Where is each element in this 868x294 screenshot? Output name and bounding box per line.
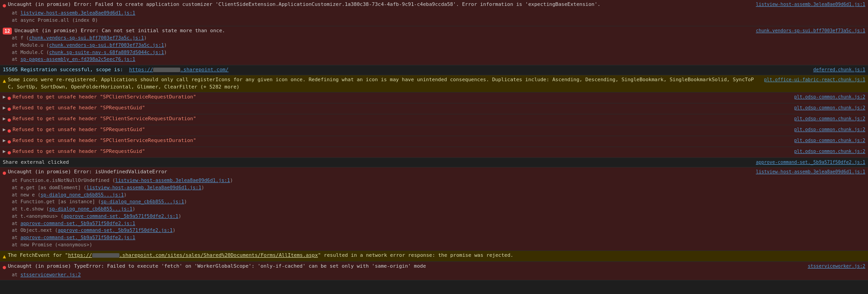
source-link-5[interactable]: plt.odsp-common.chunk.js:2 xyxy=(794,94,865,99)
stack-line-2-1: at f (chunk.vendors-sp-sui.bff7003ef73a5… xyxy=(3,34,865,42)
source-link-11[interactable]: approve-command-set._5b9a571f50dfe2.js:1 xyxy=(756,160,865,165)
caret-8[interactable]: ▶ xyxy=(3,126,6,134)
log-source-12[interactable]: listview-host-assemb.3elea8ae09d6d1.js:1 xyxy=(756,168,865,175)
source-link-9[interactable]: plt.odsp-common.chunk.js:2 xyxy=(794,138,865,143)
log-text-14: Uncaught (in promise) TypeError: Failed … xyxy=(8,263,799,270)
stack-12-6: at t.<anonymous> (approve-command-set._5… xyxy=(3,213,865,220)
log-source-1[interactable]: listview-host-assemb.3elea8ae09d6d1.js:1 xyxy=(756,1,865,8)
log-source-4[interactable]: plt.office-ui-fabric-react.chunk.js:1 xyxy=(764,76,865,83)
error-icon-9: ● xyxy=(8,137,11,146)
source-link-2[interactable]: chunk.vendors-sp-sui.bff7003ef73a5c.js:1 xyxy=(756,28,865,33)
error-icon-10: ● xyxy=(8,148,11,157)
caret-10[interactable]: ▶ xyxy=(3,148,6,156)
source-link-3[interactable]: deferred.chunk.js:1 xyxy=(813,67,865,72)
stack-12-10: at new Promise (<anonymous>) xyxy=(3,241,865,249)
stack-12-5: at t.e.show (sp-dialog_none_cb6b855...js… xyxy=(3,206,865,213)
log-source-8[interactable]: plt.odsp-common.chunk.js:2 xyxy=(794,126,865,133)
stack-line-1-2: at async Promise.all (index 0) xyxy=(3,17,865,24)
stack-link[interactable]: approve-command-set._5b9a571f50dfe2.js:1 xyxy=(20,235,135,240)
error-icon-7: ● xyxy=(8,116,11,124)
stack-link[interactable]: approve-command-set._5b9a571f50dfe2.js:1 xyxy=(20,220,135,226)
log-source-10[interactable]: plt.odsp-common.chunk.js:2 xyxy=(794,148,865,155)
caret-6[interactable]: ▶ xyxy=(3,104,6,112)
stack-12-2: at e.get [as domElement] (listview-host-… xyxy=(3,184,865,191)
log-entry-7: ▶ ● Refused to get unsafe header "SPClie… xyxy=(0,114,868,125)
stack-link[interactable]: listview-host-assemb.3elea8ae09d6d1.js:1 xyxy=(115,177,230,183)
stack-link[interactable]: chunk.vendors-sp-sui.bff7003ef73a5c.js:1 xyxy=(29,35,144,40)
log-entry-10: ▶ ● Refused to get unsafe header "SPRequ… xyxy=(0,147,868,158)
error-icon-8: ● xyxy=(8,127,11,135)
log-source-7[interactable]: plt.odsp-common.chunk.js:2 xyxy=(794,115,865,122)
scope-link[interactable]: https://.sharepoint.com/ xyxy=(129,67,228,73)
log-source-5[interactable]: plt.odsp-common.chunk.js:2 xyxy=(794,93,865,100)
source-link-7[interactable]: plt.odsp-common.chunk.js:2 xyxy=(794,116,865,121)
source-link-12[interactable]: listview-host-assemb.3elea8ae09d6d1.js:1 xyxy=(756,169,865,174)
log-text-10: Refused to get unsafe header "SPRequestG… xyxy=(13,148,785,156)
stack-link[interactable]: approve-command-set._5b9a571f50dfe2.js:1 xyxy=(58,227,173,233)
source-link-10[interactable]: plt.odsp-common.chunk.js:2 xyxy=(794,149,865,154)
log-entry-2: 12 Uncaught (in promise) Error: Can not … xyxy=(0,26,868,66)
stack-line-1-1: at listview-host-assemb.3elea8ae09d6d1.j… xyxy=(3,10,865,17)
log-text-5: Refused to get unsafe header "SPClientSe… xyxy=(13,93,785,101)
stack-link[interactable]: sp-pages-assembly_en-fd398a2c5eec76.js:1 xyxy=(20,56,135,62)
log-source-6[interactable]: plt.odsp-common.chunk.js:2 xyxy=(794,104,865,111)
warning-icon-13: ▲ xyxy=(3,252,6,260)
log-entry-13: ▲ The FetchEvent for "https://.sharepoin… xyxy=(0,251,868,262)
log-source-2[interactable]: chunk.vendors-sp-sui.bff7003ef73a5c.js:1 xyxy=(756,27,865,34)
stack-12-8: at Object.next (approve-command-set._5b9… xyxy=(3,227,865,234)
stack-link[interactable]: sp-dialog_none_cb6b855...js:1 xyxy=(40,192,124,197)
stack-12-9: at approve-command-set._5b9a571f50dfe2.j… xyxy=(3,234,865,241)
log-text-6: Refused to get unsafe header "SPRequestG… xyxy=(13,104,785,112)
caret-9[interactable]: ▶ xyxy=(3,137,6,145)
error-icon-12: ● xyxy=(3,169,6,177)
log-source-11[interactable]: approve-command-set._5b9a571f50dfe2.js:1 xyxy=(756,159,865,166)
log-text-4: Some icons were re-registered. Applicati… xyxy=(8,76,755,91)
log-source-14[interactable]: stsserviceworker.js:2 xyxy=(808,263,865,270)
stack-link[interactable]: chunk.vendors-sp-sui.bff7003ef73a5c.js:1 xyxy=(49,42,164,48)
log-entry-8: ▶ ● Refused to get unsafe header "SPRequ… xyxy=(0,125,868,136)
stack-link[interactable]: sp-dialog_none_cb6b855...js:1 xyxy=(49,206,132,211)
log-text-12: Uncaught (in promise) Error: isUndefined… xyxy=(8,168,747,176)
caret-7[interactable]: ▶ xyxy=(3,115,6,123)
stack-14-1: at stsserviceworker.js:2 xyxy=(3,271,865,279)
error-icon-5: ● xyxy=(8,94,11,102)
log-entry-4: ▲ Some icons were re-registered. Applica… xyxy=(0,75,868,93)
error-badge-2: 12 xyxy=(3,28,12,34)
source-link-1[interactable]: listview-host-assemb.3elea8ae09d6d1.js:1 xyxy=(756,2,865,7)
error-icon-14: ● xyxy=(3,263,6,271)
stack-link[interactable]: stsserviceworker.js:2 xyxy=(20,272,81,277)
log-entry-1: ● Uncaught (in promise) Error: Failed to… xyxy=(0,0,868,26)
stack-link[interactable]: chunk.sp-suite-nav-s.68fa8897d5044c.js:1 xyxy=(49,49,164,55)
log-source-3[interactable]: deferred.chunk.js:1 xyxy=(813,66,865,73)
log-text-8: Refused to get unsafe header "SPRequestG… xyxy=(13,126,785,134)
stack-12-3: at new e (sp-dialog_none_cb6b855...js:1) xyxy=(3,191,865,199)
log-text-9: Refused to get unsafe header "SPClientSe… xyxy=(13,137,785,145)
warning-icon-4: ▲ xyxy=(3,77,6,85)
fetch-link[interactable]: https://.sharepoint.com/sites/sales/Shar… xyxy=(68,252,318,258)
stack-line-2-3: at Module.C (chunk.sp-suite-nav-s.68fa88… xyxy=(3,49,865,56)
log-text-2: Uncaught (in promise) Error: Can not set… xyxy=(15,27,747,35)
caret-5[interactable]: ▶ xyxy=(3,93,6,101)
error-icon-1: ● xyxy=(3,1,6,10)
stack-12-4: at Function.get [as instance] (sp-dialog… xyxy=(3,198,865,206)
log-entry-9: ▶ ● Refused to get unsafe header "SPClie… xyxy=(0,136,868,147)
source-link-6[interactable]: plt.odsp-common.chunk.js:2 xyxy=(794,105,865,110)
error-icon-6: ● xyxy=(8,105,11,113)
stack-link[interactable]: sp-dialog_none_cb6b855...js:1 xyxy=(101,199,184,204)
log-source-9[interactable]: plt.odsp-common.chunk.js:2 xyxy=(794,137,865,144)
log-entry-3: 15505 Registration successful, scope is:… xyxy=(0,65,868,75)
stack-12-7: at approve-command-set._5b9a571f50dfe2.j… xyxy=(3,220,865,227)
source-link-4[interactable]: plt.office-ui-fabric-react.chunk.js:1 xyxy=(764,77,865,82)
source-link-14[interactable]: stsserviceworker.js:2 xyxy=(808,264,865,269)
log-entry-14: ● Uncaught (in promise) TypeError: Faile… xyxy=(0,262,868,281)
log-entry-5: ▶ ● Refused to get unsafe header "SPClie… xyxy=(0,93,868,103)
log-text-1: Uncaught (in promise) Error: Failed to c… xyxy=(8,1,747,9)
stack-link[interactable]: approve-command-set._5b9a571f50dfe2.js:1 xyxy=(64,213,179,219)
source-link-8[interactable]: plt.odsp-common.chunk.js:2 xyxy=(794,127,865,132)
log-text-3: 15505 Registration successful, scope is:… xyxy=(3,66,804,74)
stack-line-2-2: at Module.u (chunk.vendors-sp-sui.bff700… xyxy=(3,42,865,49)
log-entry-6: ▶ ● Refused to get unsafe header "SPRequ… xyxy=(0,103,868,114)
log-entry-11: Share external clicked approve-command-s… xyxy=(0,158,868,168)
stack-link[interactable]: listview-host-assemb.3elea8ae09d6d1.js:1 xyxy=(20,10,135,15)
stack-link[interactable]: listview-host-assemb.3elea8ae09d6d1.js:1 xyxy=(86,185,201,190)
